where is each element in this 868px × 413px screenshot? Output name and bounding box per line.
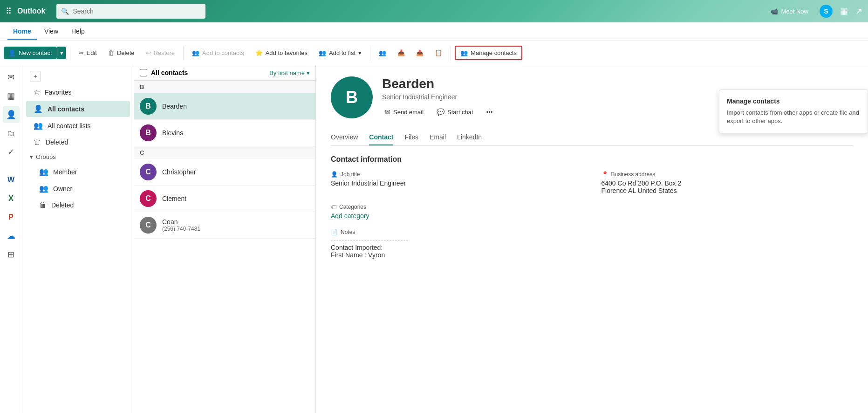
new-contact-icon: 👤 xyxy=(8,49,16,56)
toolbar-icon-btn-4[interactable]: 📋 xyxy=(430,47,447,59)
toolbar-separator-3 xyxy=(370,46,370,60)
toolbar-separator-4 xyxy=(451,46,451,60)
import-icon: 📥 xyxy=(397,49,405,56)
contact-avatar-large: B xyxy=(331,76,373,118)
contact-name-clement: Clement xyxy=(162,195,186,202)
info-field-job-title: 👤 Job title Senior Industrial Engineer xyxy=(331,171,583,194)
tab-files[interactable]: Files xyxy=(404,130,418,145)
toolbar-icon-btn-2[interactable]: 📥 xyxy=(393,47,410,59)
sidebar-item-member[interactable]: 👥 Member xyxy=(26,164,130,180)
add-to-list-button[interactable]: 👥 Add to list ▾ xyxy=(314,47,366,59)
contact-list-scroll[interactable]: B B Bearden B Blevins C C Christopher xyxy=(134,81,315,413)
edit-button[interactable]: ✏ Edit xyxy=(74,47,102,59)
search-input[interactable] xyxy=(73,7,201,15)
new-contact-button[interactable]: 👤 New contact xyxy=(4,47,57,59)
add-category-button[interactable]: Add category xyxy=(331,212,853,220)
sidebar-item-tasks[interactable]: 🗂 xyxy=(3,125,20,142)
video-icon: 📹 xyxy=(771,8,778,15)
send-email-btn[interactable]: ✉ Send email xyxy=(382,106,426,117)
group-label-b: B xyxy=(134,81,315,93)
chat-action-icon: 💬 xyxy=(437,108,444,116)
top-bar: ⠿ Outlook 🔍 📹 Meet Now S ▦ ↗ xyxy=(0,0,868,22)
waffle-icon[interactable]: ⠿ xyxy=(6,6,12,16)
contact-item-bearden[interactable]: B Bearden xyxy=(134,93,315,120)
categories-label: 🏷 Categories xyxy=(331,204,853,210)
business-address-label: 📍 Business address xyxy=(601,171,854,178)
info-field-categories: 🏷 Categories Add category xyxy=(331,204,853,220)
toolbar-icon-btn-3[interactable]: 📤 xyxy=(411,47,428,59)
app-title: Outlook xyxy=(17,7,45,15)
notes-line2: First Name : Vyron xyxy=(331,251,853,259)
toolbar: 👤 New contact ▾ ✏ Edit 🗑 Delete ↩ Restor… xyxy=(0,41,868,65)
sidebar-item-owner[interactable]: 👥 Owner xyxy=(26,180,130,197)
dropdown-description: Import contacts from other apps or creat… xyxy=(727,109,860,125)
more-icon: ••• xyxy=(486,109,493,116)
sidebar-item-people[interactable]: 👤 xyxy=(3,106,20,123)
sidebar-item-all-contacts[interactable]: 👤 All contacts xyxy=(26,101,130,117)
toolbar-separator-2 xyxy=(183,46,184,60)
sidebar-item-checkmark[interactable]: ✓ xyxy=(3,144,20,160)
manage-contacts-button[interactable]: 👥 Manage contacts xyxy=(455,46,522,60)
member-icon: 👥 xyxy=(39,167,48,176)
sort-button[interactable]: By first name ▾ xyxy=(269,69,310,76)
tab-contact[interactable]: Contact xyxy=(369,130,393,145)
contact-list: All contacts By first name ▾ B B Bearden… xyxy=(134,65,316,413)
excel-top-icon[interactable]: ▦ xyxy=(840,6,848,16)
sidebar-item-apps[interactable]: ⊞ xyxy=(3,246,20,263)
new-contact-dropdown-button[interactable]: ▾ xyxy=(57,47,66,59)
select-all-checkbox[interactable] xyxy=(140,69,147,76)
tab-linkedin[interactable]: LinkedIn xyxy=(457,130,482,145)
restore-icon: ↩ xyxy=(146,49,151,56)
sidebar-item-powerpoint[interactable]: P xyxy=(3,209,20,226)
notes-icon: 📄 xyxy=(331,229,338,235)
restore-button[interactable]: ↩ Restore xyxy=(141,47,180,59)
notes-label: 📄 Notes xyxy=(331,229,853,235)
sidebar-item-excel[interactable]: X xyxy=(3,190,20,207)
sidebar-item-groups-deleted[interactable]: 🗑 Deleted xyxy=(26,197,130,213)
sidebar-item-calendar[interactable]: ▦ xyxy=(3,88,20,104)
contact-item-christopher[interactable]: C Christopher xyxy=(134,159,315,186)
location-icon: 📍 xyxy=(601,171,608,178)
share-icon[interactable]: ↗ xyxy=(855,6,862,16)
contact-item-clement[interactable]: C Clement xyxy=(134,186,315,212)
contact-list-header: All contacts By first name ▾ xyxy=(134,65,315,81)
contact-info-title: Contact information xyxy=(331,155,853,164)
nav-item-home[interactable]: Home xyxy=(7,24,37,40)
tab-overview[interactable]: Overview xyxy=(331,130,358,145)
sidebar-item-word[interactable]: W xyxy=(3,172,20,188)
manage-contacts-dropdown: Manage contacts Import contacts from oth… xyxy=(719,89,868,133)
sidebar-item-favorites[interactable]: ☆ Favorites xyxy=(26,84,130,100)
nav-item-help[interactable]: Help xyxy=(66,24,90,40)
sidebar-item-onedrive[interactable]: ☁ xyxy=(3,227,20,244)
toolbar-icon-btn-1[interactable]: 👥 xyxy=(374,47,391,59)
delete-icon: 🗑 xyxy=(108,49,114,56)
sidebar-item-mail[interactable]: ✉ xyxy=(3,69,20,86)
add-panel-button[interactable]: + xyxy=(30,71,41,82)
info-field-notes: 📄 Notes ---------------------------- Con… xyxy=(331,229,853,259)
more-actions-btn[interactable]: ••• xyxy=(484,107,496,117)
skype-icon[interactable]: S xyxy=(820,5,833,18)
favorites-icon: ⭐ xyxy=(255,49,263,56)
meet-now-btn[interactable]: 📹 Meet Now xyxy=(767,6,812,17)
left-panel: + ☆ Favorites 👤 All contacts 👥 All conta… xyxy=(22,65,134,413)
contact-name-blevins: Blevins xyxy=(162,129,183,137)
person-icon: 👤 xyxy=(331,171,338,178)
dropdown-title: Manage contacts xyxy=(727,97,860,105)
tab-email[interactable]: Email xyxy=(430,130,446,145)
deleted-nav-icon: 🗑 xyxy=(34,138,41,146)
job-title-label: 👤 Job title xyxy=(331,171,583,178)
info-row-categories: 🏷 Categories Add category xyxy=(331,204,853,220)
start-chat-btn[interactable]: 💬 Start chat xyxy=(434,106,476,117)
contact-item-coan[interactable]: C Coan (256) 740-7481 xyxy=(134,212,315,239)
add-to-contacts-button[interactable]: 👥 Add to contacts xyxy=(187,47,249,59)
contact-name-christopher: Christopher xyxy=(162,168,196,176)
nav-item-view[interactable]: View xyxy=(39,24,64,40)
contact-job-title-sub: Senior Industrial Engineer xyxy=(382,93,495,101)
groups-section-header[interactable]: ▾ Groups xyxy=(22,151,134,163)
delete-button[interactable]: 🗑 Delete xyxy=(103,47,139,59)
sidebar-item-deleted[interactable]: 🗑 Deleted xyxy=(26,134,130,150)
add-to-favorites-button[interactable]: ⭐ Add to favorites xyxy=(251,47,312,59)
contact-item-blevins[interactable]: B Blevins xyxy=(134,120,315,146)
sidebar-item-all-lists[interactable]: 👥 All contact lists xyxy=(26,117,130,134)
avatar-coan: C xyxy=(140,217,157,234)
